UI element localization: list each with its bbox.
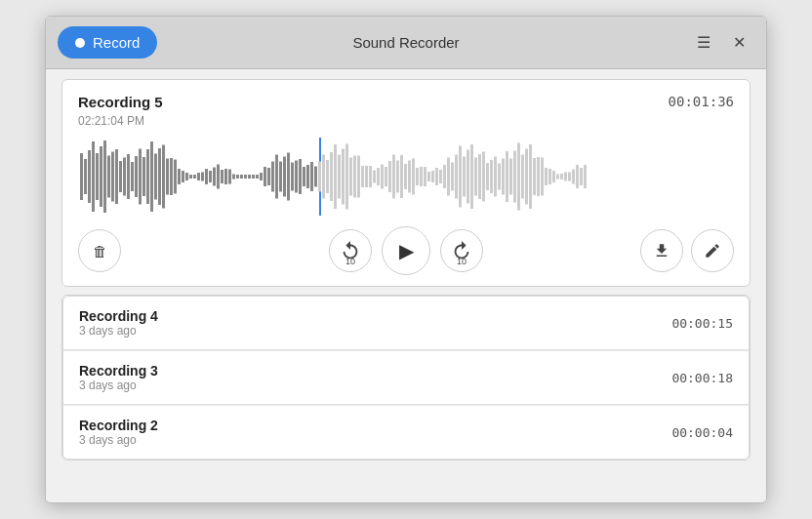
titlebar: Record Sound Recorder ☰ ✕ bbox=[46, 17, 766, 69]
item-duration: 00:00:15 bbox=[671, 316, 733, 331]
item-duration: 00:00:04 bbox=[671, 425, 733, 440]
active-recording-card: Recording 5 00:01:36 02:21:04 PM 🗑 bbox=[61, 79, 751, 287]
forward10-button[interactable]: 10 bbox=[440, 229, 483, 272]
replay10-button[interactable]: 10 bbox=[329, 229, 372, 272]
waveform bbox=[78, 138, 734, 216]
waveform-canvas bbox=[78, 138, 734, 216]
item-age: 3 days ago bbox=[79, 324, 158, 338]
list-item-info: Recording 3 3 days ago bbox=[79, 363, 158, 392]
list-item-info: Recording 2 3 days ago bbox=[79, 418, 158, 447]
active-recording-name: Recording 5 bbox=[78, 94, 163, 110]
recording-list: Recording 4 3 days ago 00:00:15 Recordin… bbox=[61, 295, 751, 460]
download-button[interactable] bbox=[640, 229, 683, 272]
item-name: Recording 2 bbox=[79, 418, 158, 433]
titlebar-actions: ☰ ✕ bbox=[688, 27, 754, 59]
playback-controls: 🗑 10 ▶ bbox=[78, 229, 734, 272]
record-button[interactable]: Record bbox=[58, 26, 157, 59]
app-window: Record Sound Recorder ☰ ✕ Recording 5 00… bbox=[45, 16, 767, 503]
edit-button[interactable] bbox=[691, 229, 734, 272]
play-icon: ▶ bbox=[399, 239, 414, 262]
active-recording-duration: 00:01:36 bbox=[669, 94, 734, 109]
item-name: Recording 3 bbox=[79, 363, 158, 379]
item-age: 3 days ago bbox=[79, 433, 158, 447]
item-duration: 00:00:18 bbox=[671, 371, 733, 385]
list-item-info: Recording 4 3 days ago bbox=[79, 308, 158, 338]
right-controls bbox=[640, 229, 734, 272]
menu-icon: ☰ bbox=[697, 33, 710, 52]
delete-button[interactable]: 🗑 bbox=[78, 229, 121, 272]
item-name: Recording 4 bbox=[79, 308, 158, 324]
play-button[interactable]: ▶ bbox=[382, 226, 430, 275]
replay10-label: 10 bbox=[345, 257, 355, 266]
recording-header: Recording 5 00:01:36 bbox=[78, 94, 734, 110]
list-item[interactable]: Recording 3 3 days ago 00:00:18 bbox=[62, 350, 750, 405]
list-item[interactable]: Recording 4 3 days ago 00:00:15 bbox=[62, 296, 750, 350]
delete-icon: 🗑 bbox=[93, 243, 107, 260]
window-title: Sound Recorder bbox=[352, 34, 459, 51]
close-icon: ✕ bbox=[733, 33, 746, 52]
forward10-label: 10 bbox=[457, 257, 467, 266]
download-icon bbox=[653, 242, 670, 260]
item-age: 3 days ago bbox=[79, 379, 158, 392]
menu-button[interactable]: ☰ bbox=[688, 27, 719, 59]
list-item[interactable]: Recording 2 3 days ago 00:00:04 bbox=[62, 405, 750, 459]
active-recording-timestamp: 02:21:04 PM bbox=[78, 114, 734, 128]
record-label: Record bbox=[93, 34, 140, 51]
center-controls: 10 ▶ 10 bbox=[329, 226, 483, 275]
main-content: Recording 5 00:01:36 02:21:04 PM 🗑 bbox=[46, 69, 766, 502]
record-dot-icon bbox=[75, 38, 85, 48]
close-button[interactable]: ✕ bbox=[723, 27, 754, 59]
edit-icon bbox=[704, 242, 721, 260]
